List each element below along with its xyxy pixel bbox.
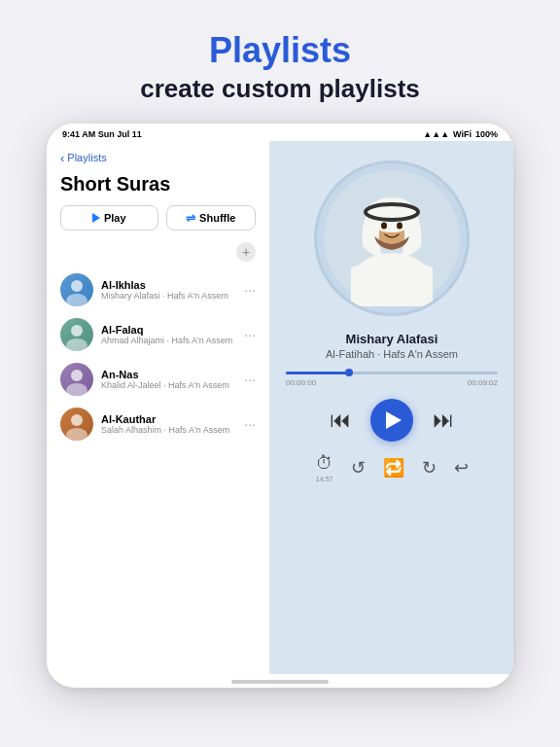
battery-icon: 100% [475, 129, 498, 139]
shuffle-button[interactable]: ⇌ Shuffle [166, 205, 257, 231]
avatar [60, 363, 93, 396]
status-time: 9:41 AM Sun Jul 11 [62, 129, 142, 139]
svg-point-7 [66, 428, 88, 441]
page-title: Playlists [140, 31, 420, 70]
now-playing-artist: Mishary Alafasi [326, 332, 458, 346]
song-meta: Mishary Alafasi · Hafs A'n Assem [101, 291, 236, 301]
rewind-30-button[interactable]: ↺ [351, 457, 366, 479]
more-icon[interactable]: ··· [244, 416, 256, 432]
svg-point-14 [397, 222, 402, 229]
svg-point-3 [66, 338, 88, 351]
play-icon [92, 213, 100, 223]
album-art [314, 160, 470, 316]
svg-point-13 [381, 222, 387, 229]
back-label: Playlists [67, 152, 106, 163]
back-chevron-icon: ‹ [60, 151, 64, 165]
more-icon[interactable]: ··· [244, 282, 256, 298]
signal-icon: ▲▲▲ [423, 129, 449, 139]
avatar-svg [60, 363, 93, 396]
progress-bar[interactable] [286, 372, 498, 374]
avatar-svg [60, 318, 93, 351]
home-indicator [231, 680, 329, 684]
add-row: + [47, 242, 269, 267]
list-item[interactable]: Al-Kauthar Salah Alhashim · Hafs A'n Ass… [47, 402, 269, 446]
avatar [60, 273, 93, 306]
back-button[interactable]: ‹ Playlists [47, 149, 269, 169]
settings-icon: ↩ [454, 457, 469, 479]
song-meta: Ahmad Alhajami · Hafs A'n Assem [101, 336, 236, 345]
player-controls: ⏮ ⏭ [330, 399, 454, 442]
time-total: 00:09:02 [468, 378, 498, 387]
playlist-title: Short Suras [47, 169, 269, 205]
progress-section: 00:00:00 00:09:02 [286, 372, 498, 387]
play-button[interactable]: Play [60, 205, 158, 231]
now-playing-track: Al-Fatihah · Hafs A'n Assem [326, 348, 458, 360]
song-name: Al-Kauthar [101, 413, 236, 425]
rewind-30-icon: ↺ [351, 457, 366, 479]
time-current: 00:00:00 [286, 378, 316, 387]
play-pause-button[interactable] [370, 399, 413, 442]
extra-controls: ⏱ 14:57 ↺ 🔁 ↻ ↩ [316, 453, 469, 482]
repeat-button[interactable]: 🔁 [383, 457, 404, 479]
fast-forward-icon: ⏭ [433, 408, 454, 433]
forward-30-button[interactable]: ↻ [422, 457, 437, 479]
more-icon[interactable]: ··· [244, 327, 256, 342]
status-bar: 9:41 AM Sun Jul 11 ▲▲▲ WiFi 100% [47, 124, 513, 141]
settings-button[interactable]: ↩ [454, 457, 469, 479]
add-button[interactable]: + [236, 242, 256, 262]
play-label: Play [104, 212, 126, 224]
wifi-icon: WiFi [453, 129, 472, 139]
svg-point-1 [66, 294, 88, 306]
song-name: Al-Ikhlas [101, 279, 236, 291]
list-item[interactable]: Al-Ikhlas Mishary Alafasi · Hafs A'n Ass… [47, 267, 269, 312]
ipad-frame: 9:41 AM Sun Jul 11 ▲▲▲ WiFi 100% ‹ Playl… [47, 124, 513, 688]
song-name: An-Nas [101, 369, 236, 380]
avatar [60, 408, 93, 441]
forward-30-icon: ↻ [422, 457, 437, 479]
fast-forward-button[interactable]: ⏭ [433, 408, 454, 433]
song-list: Al-Ikhlas Mishary Alafasi · Hafs A'n Ass… [47, 267, 269, 666]
svg-point-2 [71, 325, 83, 337]
rewind-icon: ⏮ [330, 408, 351, 433]
now-playing-info: Mishary Alafasi Al-Fatihah · Hafs A'n As… [326, 332, 458, 360]
person-illustration [324, 170, 460, 306]
play-icon [386, 411, 402, 429]
avatar-svg [60, 408, 93, 441]
playlist-controls: Play ⇌ Shuffle [47, 205, 269, 242]
repeat-icon: 🔁 [383, 457, 404, 479]
header-section: Playlists create custom playlists [121, 0, 439, 124]
svg-point-0 [71, 280, 83, 292]
song-name: Al-Falaq [101, 324, 236, 336]
timer-icon: ⏱ [316, 453, 333, 474]
shuffle-icon: ⇌ [186, 211, 195, 225]
avatar-svg [60, 273, 93, 306]
timer-button[interactable]: ⏱ 14:57 [316, 453, 333, 482]
page-subtitle: create custom playlists [140, 74, 420, 104]
svg-point-5 [66, 383, 88, 396]
timer-label: 14:57 [316, 476, 333, 482]
avatar [60, 318, 93, 351]
status-indicators: ▲▲▲ WiFi 100% [423, 129, 498, 139]
song-meta: Khalid Al-Jaleel · Hafs A'n Assem [101, 380, 236, 390]
song-meta: Salah Alhashim · Hafs A'n Assem [101, 425, 236, 435]
song-info: Al-Falaq Ahmad Alhajami · Hafs A'n Assem [101, 324, 236, 345]
progress-dot [345, 369, 353, 376]
rewind-button[interactable]: ⏮ [330, 408, 351, 433]
progress-times: 00:00:00 00:09:02 [286, 378, 498, 387]
svg-point-6 [71, 414, 83, 426]
shuffle-label: Shuffle [199, 212, 235, 224]
svg-point-4 [71, 370, 83, 381]
right-panel: Mishary Alafasi Al-Fatihah · Hafs A'n As… [270, 141, 513, 674]
song-info: An-Nas Khalid Al-Jaleel · Hafs A'n Assem [101, 369, 236, 390]
song-info: Al-Kauthar Salah Alhashim · Hafs A'n Ass… [101, 413, 236, 435]
progress-fill [286, 372, 349, 374]
more-icon[interactable]: ··· [244, 372, 256, 387]
main-content: ‹ Playlists Short Suras Play ⇌ Shuffle + [47, 141, 513, 674]
song-info: Al-Ikhlas Mishary Alafasi · Hafs A'n Ass… [101, 279, 236, 301]
left-panel: ‹ Playlists Short Suras Play ⇌ Shuffle + [47, 141, 270, 674]
list-item[interactable]: An-Nas Khalid Al-Jaleel · Hafs A'n Assem… [47, 357, 269, 402]
list-item[interactable]: Al-Falaq Ahmad Alhajami · Hafs A'n Assem… [47, 312, 269, 357]
